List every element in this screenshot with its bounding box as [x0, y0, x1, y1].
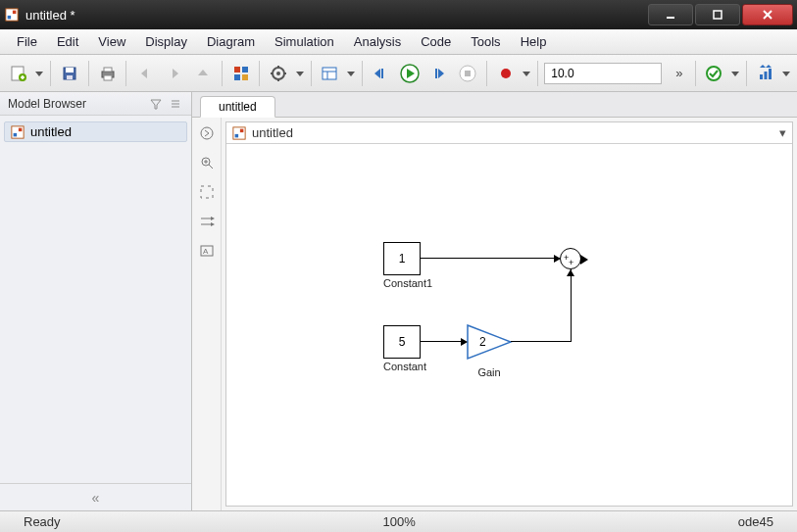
svg-rect-59: [14, 132, 18, 136]
status-zoom[interactable]: 100%: [370, 514, 429, 529]
model-browser-panel: Model Browser untitled «: [0, 92, 192, 510]
signal-line[interactable]: [421, 341, 466, 342]
svg-rect-2: [13, 11, 17, 15]
menu-tools[interactable]: Tools: [462, 31, 509, 52]
hide-browser-icon[interactable]: [197, 123, 217, 143]
svg-marker-31: [296, 72, 304, 76]
minimize-button[interactable]: [648, 4, 693, 25]
tab-bar: untitled: [192, 92, 797, 118]
block-sum[interactable]: [560, 248, 581, 269]
menu-simulation[interactable]: Simulation: [266, 31, 343, 52]
model-explorer-button[interactable]: [318, 61, 343, 86]
update-diagram-button[interactable]: [701, 61, 726, 86]
menu-view[interactable]: View: [89, 31, 134, 52]
svg-marker-19: [173, 69, 178, 78]
svg-rect-74: [235, 133, 239, 137]
menu-bar: File Edit View Display Diagram Simulatio…: [0, 29, 797, 55]
svg-rect-17: [104, 75, 112, 80]
breadcrumb-path[interactable]: untitled: [252, 125, 293, 140]
record-dropdown[interactable]: [522, 70, 531, 77]
new-model-button[interactable]: [6, 61, 31, 86]
tree-item-label: untitled: [30, 124, 72, 139]
gain-value-text: 2: [479, 335, 486, 349]
svg-rect-16: [104, 68, 112, 72]
menu-analysis[interactable]: Analysis: [345, 31, 410, 52]
zoom-icon[interactable]: [197, 153, 217, 172]
stop-time-field[interactable]: [544, 63, 662, 84]
svg-marker-76: [468, 325, 511, 359]
svg-marker-45: [523, 72, 530, 76]
svg-rect-21: [234, 67, 240, 73]
up-button[interactable]: [190, 61, 216, 86]
tab-untitled[interactable]: untitled: [200, 96, 275, 118]
signal-line[interactable]: [571, 269, 572, 342]
arrow-icon: [554, 255, 561, 263]
menu-edit[interactable]: Edit: [48, 31, 87, 52]
model-browser-title: Model Browser: [8, 97, 86, 111]
status-ready: Ready: [10, 514, 75, 529]
toggle-sample-time-icon[interactable]: [197, 212, 217, 231]
toolbar-more-button[interactable]: »: [670, 66, 688, 80]
breadcrumb-dropdown[interactable]: ▾: [779, 125, 786, 140]
signal-line[interactable]: [421, 258, 560, 259]
tree-item-model[interactable]: untitled: [4, 121, 187, 142]
collapse-sidebar-button[interactable]: «: [0, 483, 191, 510]
svg-marker-41: [438, 69, 444, 78]
svg-marker-18: [141, 69, 147, 78]
toolbar: »: [0, 55, 797, 92]
svg-marker-70: [211, 222, 215, 226]
fit-to-view-icon[interactable]: [197, 182, 217, 202]
svg-rect-49: [764, 72, 767, 79]
close-button[interactable]: [742, 4, 793, 25]
update-dropdown[interactable]: [730, 70, 740, 77]
maximize-button[interactable]: [695, 4, 740, 25]
new-model-dropdown[interactable]: [35, 70, 45, 77]
step-back-button[interactable]: [369, 61, 394, 86]
record-button[interactable]: [493, 61, 519, 86]
svg-marker-53: [782, 72, 790, 76]
print-button[interactable]: [95, 61, 121, 86]
menu-code[interactable]: Code: [412, 31, 460, 52]
menu-diagram[interactable]: Diagram: [198, 31, 264, 52]
build-dropdown[interactable]: [781, 70, 791, 77]
menu-help[interactable]: Help: [512, 31, 556, 52]
svg-rect-13: [66, 68, 74, 73]
save-button[interactable]: [57, 61, 82, 86]
svg-rect-75: [240, 128, 244, 132]
svg-line-63: [209, 165, 213, 169]
block-gain[interactable]: 2 Gain: [466, 323, 513, 378]
back-button[interactable]: [132, 61, 158, 86]
svg-marker-20: [198, 70, 208, 75]
model-canvas[interactable]: 1 Constant1 5 Constant 2 Gain: [226, 144, 792, 506]
model-explorer-dropdown[interactable]: [346, 70, 356, 77]
panel-menu-icon[interactable]: [168, 96, 183, 112]
svg-line-5: [764, 11, 772, 19]
svg-marker-47: [731, 72, 739, 76]
run-button[interactable]: [397, 61, 423, 86]
svg-point-26: [276, 72, 280, 75]
svg-rect-22: [242, 67, 248, 73]
stop-button[interactable]: [455, 61, 480, 86]
svg-marker-68: [211, 217, 215, 220]
annotation-icon[interactable]: A: [197, 241, 217, 261]
svg-rect-37: [381, 69, 383, 78]
forward-button[interactable]: [162, 61, 187, 86]
signal-line[interactable]: [511, 341, 571, 342]
model-config-dropdown[interactable]: [295, 70, 305, 77]
menu-file[interactable]: File: [8, 31, 46, 52]
filter-icon[interactable]: [148, 96, 164, 112]
svg-rect-43: [465, 71, 471, 76]
status-bar: Ready 100% ode45: [0, 510, 797, 532]
block-constant1[interactable]: 1 Constant1: [383, 242, 432, 289]
block-constant[interactable]: 5 Constant: [383, 325, 426, 372]
library-browser-button[interactable]: [228, 61, 254, 86]
svg-point-44: [501, 69, 511, 78]
model-config-button[interactable]: [266, 61, 291, 86]
svg-rect-48: [760, 74, 763, 79]
svg-rect-60: [19, 127, 23, 131]
step-forward-button[interactable]: [426, 61, 452, 86]
menu-display[interactable]: Display: [136, 31, 196, 52]
build-button[interactable]: [753, 61, 778, 86]
arrow-icon: [461, 338, 468, 346]
status-solver[interactable]: ode45: [724, 514, 787, 529]
